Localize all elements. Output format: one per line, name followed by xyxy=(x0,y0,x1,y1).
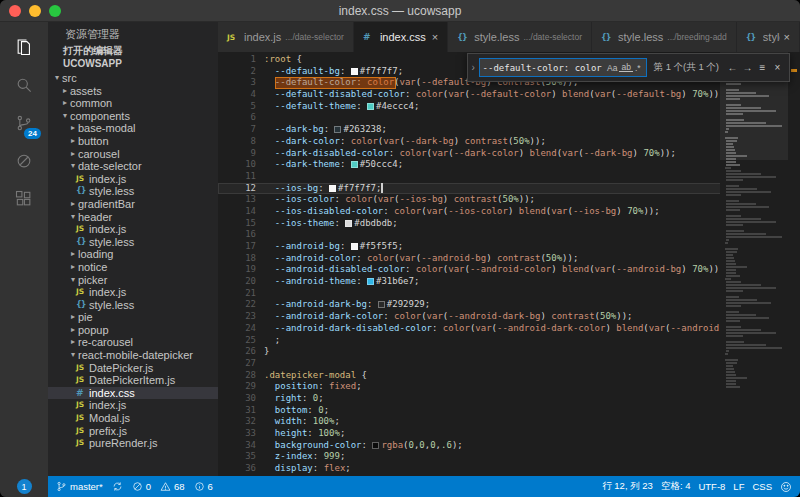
titlebar[interactable]: index.css — ucowsapp xyxy=(0,0,800,22)
code-line[interactable]: 29 position: fixed; xyxy=(218,381,800,393)
code-line[interactable]: 31 bottom: 0; xyxy=(218,405,800,417)
color-decorator[interactable] xyxy=(334,126,341,133)
color-decorator[interactable] xyxy=(329,185,336,192)
tree-item-assets[interactable]: ▸assets xyxy=(48,85,218,98)
tab-index.css[interactable]: #index.css× xyxy=(354,22,448,52)
maximize-window-button[interactable] xyxy=(49,5,61,17)
warnings-count[interactable]: 68 xyxy=(160,481,185,492)
code-line[interactable]: 8 --dark-color: color(var(--dark-bg) con… xyxy=(218,136,800,148)
close-tab-icon[interactable]: × xyxy=(432,31,438,43)
tree-item-picker[interactable]: ▾picker xyxy=(48,274,218,287)
find-next-button[interactable]: → xyxy=(740,62,755,73)
code-line[interactable]: 18 --android-color: color(var(--android-… xyxy=(218,253,800,265)
branch-status[interactable]: master* xyxy=(56,481,103,492)
minimize-window-button[interactable] xyxy=(29,5,41,17)
tree-item-src[interactable]: ▾src xyxy=(48,72,218,85)
code-line[interactable]: 36 display: flex; xyxy=(218,463,800,475)
code-line[interactable]: 23 --android-dark-color: color(var(--and… xyxy=(218,311,800,323)
tree-item-DatePickerItem.js[interactable]: JSDatePickerItem.js xyxy=(48,374,218,387)
color-decorator[interactable] xyxy=(351,161,358,168)
color-decorator[interactable] xyxy=(351,243,358,250)
code-line[interactable]: 30 right: 0; xyxy=(218,393,800,405)
color-decorator[interactable] xyxy=(378,301,385,308)
code-line[interactable]: 22 --android-dark-bg: #292929; xyxy=(218,299,800,311)
code-line[interactable]: 7 --dark-bg: #263238; xyxy=(218,124,800,136)
code-line[interactable]: 11 xyxy=(218,171,800,183)
code-line[interactable]: 5 --default-theme: #4eccc4; xyxy=(218,101,800,113)
tree-item-Modal.js[interactable]: JSModal.js xyxy=(48,412,218,425)
color-decorator[interactable] xyxy=(345,220,352,227)
tree-item-react-mobile-datepicker[interactable]: ▾react-mobile-datepicker xyxy=(48,349,218,362)
tab-style.less[interactable]: {}style.less.../breeding-add xyxy=(592,22,737,52)
tab-style.less[interactable]: {}style.less× xyxy=(737,22,800,52)
tree-item-index.css[interactable]: #index.css xyxy=(48,387,218,400)
find-input[interactable] xyxy=(483,63,605,73)
language-mode[interactable]: CSS xyxy=(752,481,772,492)
find-previous-button[interactable]: ← xyxy=(725,62,740,73)
tree-item-popup[interactable]: ▸popup xyxy=(48,324,218,337)
errors-count[interactable]: 0 xyxy=(132,481,151,492)
indentation[interactable]: 空格: 4 xyxy=(661,480,691,493)
minimap[interactable] xyxy=(720,52,788,476)
tree-item-DatePicker.js[interactable]: JSDatePicker.js xyxy=(48,362,218,375)
tree-item-style.less[interactable]: {}style.less xyxy=(48,236,218,249)
feedback-smiley[interactable] xyxy=(780,481,792,493)
open-editors-section-header[interactable]: 打开的编辑器 xyxy=(48,44,218,57)
code-line[interactable]: 37 align-items: center; xyxy=(218,475,800,476)
code-line[interactable]: 16 xyxy=(218,229,800,241)
tree-item-button[interactable]: ▸button xyxy=(48,135,218,148)
code-line[interactable]: 21 xyxy=(218,288,800,300)
tree-item-style.less[interactable]: {}style.less xyxy=(48,299,218,312)
code-line[interactable]: 19 --android-disabled-color: color(var(-… xyxy=(218,264,800,276)
code-line[interactable]: 26} xyxy=(218,346,800,358)
tree-item-index.js[interactable]: JSindex.js xyxy=(48,286,218,299)
code-line[interactable]: 14 --ios-disabled-color: color(var(--ios… xyxy=(218,206,800,218)
cursor-position[interactable]: 行 12, 列 23 xyxy=(602,480,653,493)
code-line[interactable]: 17 --android-bg: #f5f5f5; xyxy=(218,241,800,253)
activity-extensions-button[interactable] xyxy=(0,180,48,218)
tree-item-loading[interactable]: ▸loading xyxy=(48,248,218,261)
tree-item-style.less[interactable]: {}style.less xyxy=(48,185,218,198)
code-line[interactable]: 33 height: 100%; xyxy=(218,428,800,440)
color-decorator[interactable] xyxy=(372,442,379,449)
code-line[interactable]: 25 ; xyxy=(218,335,800,347)
code-line[interactable]: 13 --ios-color: color(var(--ios-bg) cont… xyxy=(218,194,800,206)
tree-item-index.js[interactable]: JSindex.js xyxy=(48,399,218,412)
tab-style.less[interactable]: {}style.less.../date-selector xyxy=(448,22,592,52)
tree-item-date-selector[interactable]: ▾date-selector xyxy=(48,160,218,173)
code-line[interactable]: 9 --dark-disabled-color: color(var(--dar… xyxy=(218,148,800,160)
tree-item-re-carousel[interactable]: ▸re-carousel xyxy=(48,336,218,349)
code-line[interactable]: 12 --ios-bg: #f7f7f7; xyxy=(218,183,800,195)
code-line[interactable]: 27 xyxy=(218,358,800,370)
code-line[interactable]: 6 xyxy=(218,112,800,124)
code-line[interactable]: 20 --android-theme: #31b6e7; xyxy=(218,276,800,288)
overview-ruler[interactable] xyxy=(788,52,800,476)
code-line[interactable]: 4 --default-disabled-color: color(var(--… xyxy=(218,89,800,101)
activity-search-button[interactable] xyxy=(0,66,48,104)
close-window-button[interactable] xyxy=(9,5,21,17)
tab-index.js[interactable]: JSindex.js.../date-selector xyxy=(218,22,354,52)
whole-word-toggle[interactable]: ab xyxy=(619,63,632,72)
toggle-replace-button[interactable]: › xyxy=(468,54,479,81)
find-in-selection-button[interactable]: ≡ xyxy=(755,62,770,73)
activity-source-control-button[interactable]: 24 xyxy=(0,104,48,142)
code-line[interactable]: 24 --android-dark-disabled-color: color(… xyxy=(218,323,800,335)
tree-item-index.js[interactable]: JSindex.js xyxy=(48,173,218,186)
notification-badge[interactable]: 1 xyxy=(17,479,32,494)
close-tab-icon[interactable]: × xyxy=(784,31,790,43)
activity-explorer-button[interactable] xyxy=(0,28,48,66)
encoding[interactable]: UTF-8 xyxy=(698,481,725,492)
color-decorator[interactable] xyxy=(351,68,358,75)
eol[interactable]: LF xyxy=(733,481,744,492)
code-line[interactable]: 34 background-color: rgba(0,0,0,.6); xyxy=(218,440,800,452)
workspace-section-header[interactable]: UCOWSAPP xyxy=(48,57,218,70)
code-line[interactable]: 10 --dark-theme: #50ccc4; xyxy=(218,159,800,171)
tree-item-index.js[interactable]: JSindex.js xyxy=(48,223,218,236)
tree-item-pie[interactable]: ▸pie xyxy=(48,311,218,324)
tree-item-common[interactable]: ▸common xyxy=(48,97,218,110)
tree-item-gradientBar[interactable]: ▸gradientBar xyxy=(48,198,218,211)
tree-item-components[interactable]: ▾components xyxy=(48,110,218,123)
tree-item-prefix.js[interactable]: JSprefix.js xyxy=(48,425,218,438)
tree-item-base-modal[interactable]: ▸base-modal xyxy=(48,122,218,135)
sync-button[interactable] xyxy=(112,481,123,492)
